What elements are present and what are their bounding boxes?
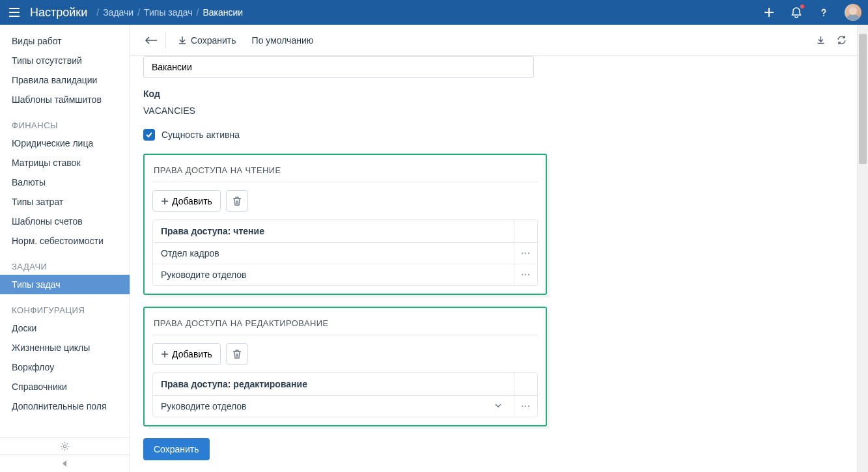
edit-add-button[interactable]: Добавить: [152, 343, 221, 365]
breadcrumb-tasks[interactable]: Задачи: [103, 7, 133, 18]
code-label: Код: [143, 89, 677, 99]
read-row-0: Отдел кадров: [153, 243, 514, 264]
sidebar-item-boards[interactable]: Доски: [0, 318, 130, 338]
notification-dot: [800, 5, 804, 8]
sidebar-collapse-button[interactable]: [0, 455, 130, 472]
trash-icon: [232, 349, 242, 359]
table-row[interactable]: Руководите отделов ···: [153, 264, 537, 285]
read-add-button[interactable]: Добавить: [152, 190, 221, 212]
row-actions-button[interactable]: ···: [514, 396, 537, 417]
plus-icon: [161, 350, 169, 358]
code-value: VACANCIES: [143, 105, 677, 116]
defaults-button[interactable]: По умолчанию: [245, 31, 320, 49]
form-save-button[interactable]: Сохранить: [143, 438, 210, 460]
breadcrumb-sep: /: [137, 7, 140, 18]
sidebar-item-workflow[interactable]: Воркфлоу: [0, 357, 130, 377]
refresh-button[interactable]: [832, 31, 850, 49]
sidebar-item-timesheet-templates[interactable]: Шаблоны таймшитов: [0, 90, 130, 109]
avatar[interactable]: [845, 4, 861, 21]
breadcrumb: / Задачи / Типы задач / Вакансии: [96, 7, 243, 18]
check-icon: [145, 131, 153, 139]
active-checkbox[interactable]: [143, 129, 155, 141]
sidebar-item-cost-types[interactable]: Типы затрат: [0, 192, 130, 212]
edit-access-panel: ПРАВА ДОСТУПА НА РЕДАКТИРОВАНИЕ Добавить…: [143, 307, 547, 426]
sidebar-group-tasks: Задачи: [0, 251, 130, 275]
edit-row-0: Руководите отделов: [153, 396, 514, 417]
sidebar-item-invoice-templates[interactable]: Шаблоны счетов: [0, 212, 130, 231]
breadcrumb-sep: /: [197, 7, 199, 18]
sidebar: Виды работ Типы отсутствий Правила валид…: [0, 25, 130, 472]
page-title: Настройки: [30, 6, 87, 20]
edit-add-label: Добавить: [172, 349, 212, 359]
breadcrumb-task-types[interactable]: Типы задач: [144, 7, 192, 18]
download-button[interactable]: [811, 31, 830, 49]
edit-panel-title: ПРАВА ДОСТУПА НА РЕДАКТИРОВАНИЕ: [152, 316, 538, 335]
sidebar-group-finance: Финансы: [0, 109, 130, 133]
dots-icon: ···: [521, 270, 531, 280]
read-access-panel: ПРАВА ДОСТУПА НА ЧТЕНИЕ Добавить Права д…: [143, 154, 547, 295]
sidebar-item-dictionaries[interactable]: Справочники: [0, 377, 130, 396]
breadcrumb-current: Вакансии: [203, 7, 243, 18]
edit-col-header: Права доступа: редактирование: [153, 373, 514, 395]
sidebar-item-custom-fields[interactable]: Дополнительные поля: [0, 396, 130, 416]
sidebar-item-legal-entities[interactable]: Юридические лица: [0, 133, 130, 153]
read-delete-button[interactable]: [226, 190, 248, 212]
breadcrumb-sep: /: [96, 7, 99, 18]
row-actions-button[interactable]: ···: [514, 264, 537, 285]
toolbar-divider: [165, 32, 166, 49]
defaults-label: По умолчанию: [252, 35, 314, 46]
download-icon: [816, 35, 826, 45]
save-button[interactable]: Сохранить: [171, 31, 243, 49]
read-col-actions: [514, 220, 537, 242]
active-label: Сущность активна: [161, 130, 240, 140]
sidebar-item-currencies[interactable]: Валюты: [0, 173, 130, 192]
row-actions-button[interactable]: ···: [514, 243, 537, 264]
hamburger-menu-button[interactable]: [7, 5, 22, 20]
save-icon: [178, 36, 187, 45]
edit-delete-button[interactable]: [226, 343, 248, 365]
edit-row-0-label: Руководите отделов: [161, 401, 247, 411]
sidebar-item-task-types[interactable]: Типы задач: [0, 275, 130, 294]
top-bar: Настройки / Задачи / Типы задач / Ваканс…: [0, 0, 868, 25]
sidebar-item-rate-matrices[interactable]: Матрицы ставок: [0, 153, 130, 173]
bell-icon[interactable]: [790, 6, 803, 19]
help-icon[interactable]: [817, 6, 830, 19]
dropdown-caret[interactable]: [494, 401, 506, 411]
sidebar-item-cost-norms[interactable]: Норм. себестоимости: [0, 231, 130, 251]
save-label: Сохранить: [191, 35, 236, 46]
sidebar-settings-button[interactable]: [0, 438, 130, 455]
collapse-left-icon: [62, 460, 68, 467]
read-table: Права доступа: чтение Отдел кадров ··· Р…: [152, 219, 538, 286]
sidebar-item-validation-rules[interactable]: Правила валидации: [0, 70, 130, 90]
chevron-down-icon: [494, 402, 502, 410]
edit-col-actions: [514, 373, 537, 395]
vertical-scrollbar[interactable]: [857, 25, 868, 472]
sidebar-item-job-types[interactable]: Виды работ: [0, 31, 130, 51]
read-col-header: Права доступа: чтение: [153, 220, 514, 242]
table-row[interactable]: Руководите отделов ···: [153, 396, 537, 417]
scrollbar-thumb[interactable]: [859, 34, 867, 164]
back-button[interactable]: [142, 31, 160, 49]
trash-icon: [232, 196, 242, 206]
read-add-label: Добавить: [172, 196, 212, 206]
add-icon[interactable]: [763, 6, 776, 19]
read-panel-title: ПРАВА ДОСТУПА НА ЧТЕНИЕ: [152, 163, 538, 182]
content-toolbar: Сохранить По умолчанию: [130, 25, 857, 56]
svg-point-0: [63, 445, 66, 447]
table-row[interactable]: Отдел кадров ···: [153, 243, 537, 264]
refresh-icon: [837, 35, 847, 45]
dots-icon: ···: [521, 401, 531, 411]
sidebar-item-absence-types[interactable]: Типы отсутствий: [0, 51, 130, 70]
form-content: Код VACANCIES Сущность активна ПРАВА ДОС…: [130, 56, 690, 472]
gear-icon: [60, 441, 70, 451]
sidebar-item-lifecycles[interactable]: Жизненные циклы: [0, 338, 130, 357]
dots-icon: ···: [521, 248, 531, 258]
sidebar-group-config: Конфигурация: [0, 294, 130, 318]
main-area: Сохранить По умолчанию Код VACANCIES: [130, 25, 868, 472]
name-input[interactable]: [143, 56, 534, 78]
edit-table: Права доступа: редактирование Руководите…: [152, 372, 538, 417]
plus-icon: [161, 197, 169, 205]
read-row-1: Руководите отделов: [153, 264, 514, 285]
